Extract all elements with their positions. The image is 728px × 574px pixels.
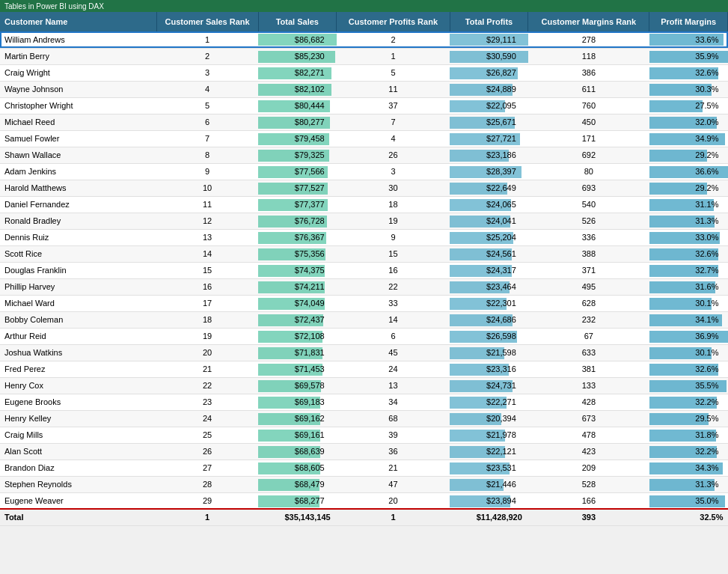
cell-sales-rank: 17	[156, 295, 258, 311]
table-row[interactable]: Joshua Watkins20$71,83145$21,59863330.1%	[0, 344, 728, 361]
col-sales-rank: Customer Sales Rank	[156, 12, 258, 31]
cell-margins-rank: 386	[528, 64, 649, 81]
cell-total-sales: $72,437	[258, 311, 337, 328]
table-row[interactable]: Adam Jenkins9$77,5663$28,3978036.6%	[0, 163, 728, 180]
table-row[interactable]: Michael Reed6$80,2777$25,67145032.0%	[0, 114, 728, 130]
cell-total-sales: $69,183	[258, 394, 337, 410]
table-row[interactable]: Craig Mills25$69,16139$21,97847831.8%	[0, 427, 728, 443]
cell-profits-rank: 34	[337, 394, 450, 410]
total-cell-3: 1	[337, 509, 450, 525]
total-cell-2: $35,143,145	[258, 509, 337, 525]
cell-profit-margins: 29.2%	[649, 180, 728, 196]
cell-sales-rank: 3	[156, 64, 258, 81]
cell-margins-rank: 423	[528, 443, 649, 459]
col-profit-margins: Profit Margins	[649, 12, 728, 31]
cell-total-sales: $68,639	[258, 443, 337, 459]
table-row[interactable]: Christopher Wright5$80,44437$22,09576027…	[0, 97, 728, 114]
table-row[interactable]: Stephen Reynolds28$68,47947$21,44652831.…	[0, 476, 728, 492]
cell-customer-name: Daniel Fernandez	[0, 196, 156, 213]
col-total-profits: Total Profits	[450, 12, 528, 31]
table-row[interactable]: Craig Wright3$82,2715$26,82738632.6%	[0, 64, 728, 81]
cell-margins-rank: 478	[528, 427, 649, 443]
table-row[interactable]: Eugene Weaver29$68,27720$23,89416635.0%	[0, 492, 728, 509]
table-row[interactable]: Wayne Johnson4$82,10211$24,88961130.3%	[0, 81, 728, 97]
cell-margins-rank: 118	[528, 48, 649, 64]
cell-sales-rank: 8	[156, 147, 258, 163]
cell-profit-margins: 29.2%	[649, 147, 728, 163]
cell-customer-name: William Andrews	[0, 31, 156, 48]
cell-sales-rank: 23	[156, 394, 258, 410]
table-row[interactable]: Henry Kelley24$69,16268$20,39467329.5%	[0, 410, 728, 427]
cell-customer-name: Shawn Wallace	[0, 147, 156, 163]
cell-profit-margins: 35.0%	[649, 492, 728, 509]
table-row[interactable]: Fred Perez21$71,45324$23,31638132.6%	[0, 361, 728, 377]
cell-total-profits: $24,731	[450, 377, 528, 394]
table-row[interactable]: Dennis Ruiz13$76,3679$25,20433633.0%	[0, 229, 728, 245]
cell-margins-rank: 371	[528, 262, 649, 278]
cell-customer-name: Craig Wright	[0, 64, 156, 81]
cell-sales-rank: 25	[156, 427, 258, 443]
table-row[interactable]: Bobby Coleman18$72,43714$24,68623234.1%	[0, 311, 728, 328]
cell-margins-rank: 611	[528, 81, 649, 97]
cell-sales-rank: 26	[156, 443, 258, 459]
cell-sales-rank: 6	[156, 114, 258, 130]
table-header: Customer Name Customer Sales Rank Total …	[0, 12, 728, 31]
cell-total-profits: $24,889	[450, 81, 528, 97]
cell-profit-margins: 33.0%	[649, 229, 728, 245]
cell-total-profits: $22,271	[450, 394, 528, 410]
cell-total-profits: $23,464	[450, 278, 528, 295]
cell-sales-rank: 28	[156, 476, 258, 492]
table-row[interactable]: Shawn Wallace8$79,32526$23,18669229.2%	[0, 147, 728, 163]
table-row[interactable]: Martin Berry2$85,2301$30,59011835.9%	[0, 48, 728, 64]
cell-customer-name: Arthur Reid	[0, 328, 156, 344]
table-row[interactable]: Eugene Brooks23$69,18334$22,27142832.2%	[0, 394, 728, 410]
cell-profits-rank: 1	[337, 48, 450, 64]
cell-total-profits: $24,317	[450, 262, 528, 278]
cell-total-profits: $23,894	[450, 492, 528, 509]
cell-total-profits: $25,204	[450, 229, 528, 245]
cell-profits-rank: 5	[337, 64, 450, 81]
cell-sales-rank: 18	[156, 311, 258, 328]
table-row[interactable]: Brandon Diaz27$68,60521$23,53120934.3%	[0, 459, 728, 476]
table-row[interactable]: Harold Matthews10$77,52730$22,64969329.2…	[0, 180, 728, 196]
cell-margins-rank: 166	[528, 492, 649, 509]
cell-total-sales: $74,211	[258, 278, 337, 295]
cell-customer-name: Douglas Franklin	[0, 262, 156, 278]
table-row[interactable]: Alan Scott26$68,63936$22,12142332.2%	[0, 443, 728, 459]
cell-profits-rank: 19	[337, 213, 450, 229]
table-row[interactable]: William Andrews1$86,6822$29,11127833.6%	[0, 31, 728, 48]
cell-total-sales: $77,566	[258, 163, 337, 180]
table-row[interactable]: Michael Ward17$74,04933$22,30162830.1%	[0, 295, 728, 311]
cell-customer-name: Eugene Brooks	[0, 394, 156, 410]
col-total-sales: Total Sales	[258, 12, 337, 31]
table-row[interactable]: Daniel Fernandez11$77,37718$24,06554031.…	[0, 196, 728, 213]
cell-profits-rank: 13	[337, 377, 450, 394]
table-row[interactable]: Ronald Bradley12$76,72819$24,04152631.3%	[0, 213, 728, 229]
table-row[interactable]: Samuel Fowler7$79,4584$27,72117134.9%	[0, 130, 728, 147]
cell-customer-name: Henry Cox	[0, 377, 156, 394]
cell-customer-name: Eugene Weaver	[0, 492, 156, 509]
cell-total-profits: $21,598	[450, 344, 528, 361]
cell-margins-rank: 133	[528, 377, 649, 394]
cell-profit-margins: 31.6%	[649, 278, 728, 295]
cell-margins-rank: 692	[528, 147, 649, 163]
cell-profit-margins: 32.6%	[649, 245, 728, 262]
cell-sales-rank: 24	[156, 410, 258, 427]
cell-total-profits: $30,590	[450, 48, 528, 64]
cell-profits-rank: 36	[337, 443, 450, 459]
cell-total-sales: $80,277	[258, 114, 337, 130]
cell-total-sales: $71,831	[258, 344, 337, 361]
cell-total-profits: $24,041	[450, 213, 528, 229]
table-row[interactable]: Henry Cox22$69,57813$24,73113335.5%	[0, 377, 728, 394]
cell-profit-margins: 35.5%	[649, 377, 728, 394]
cell-total-profits: $22,095	[450, 97, 528, 114]
cell-profits-rank: 33	[337, 295, 450, 311]
cell-sales-rank: 4	[156, 81, 258, 97]
cell-profits-rank: 22	[337, 278, 450, 295]
cell-total-profits: $28,397	[450, 163, 528, 180]
table-row[interactable]: Douglas Franklin15$74,37516$24,31737132.…	[0, 262, 728, 278]
table-row[interactable]: Phillip Harvey16$74,21122$23,46449531.6%	[0, 278, 728, 295]
table-row[interactable]: Scott Rice14$75,35615$24,56138832.6%	[0, 245, 728, 262]
table-row[interactable]: Arthur Reid19$72,1086$26,5986736.9%	[0, 328, 728, 344]
cell-total-sales: $86,682	[258, 31, 337, 48]
